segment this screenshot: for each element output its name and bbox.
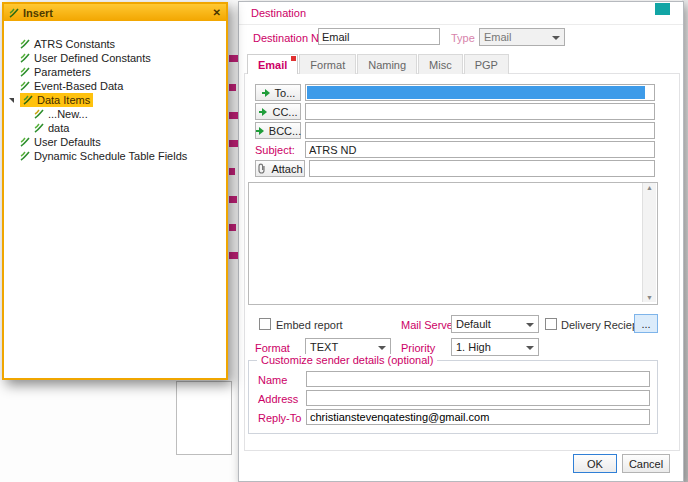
background-panel-remnant — [176, 381, 232, 455]
selected-recipients — [307, 86, 645, 99]
sender-details-group: Customize sender details (optional) Name… — [248, 360, 658, 434]
insert-window: Insert ✕ ATRS Constants User Defined Con… — [2, 2, 228, 380]
background-text-fragment — [229, 168, 235, 175]
priority-label: Priority — [401, 342, 435, 354]
green-arrow-icon — [258, 107, 268, 117]
background-text-fragment — [229, 84, 236, 91]
tree-item-label: User Defaults — [34, 136, 101, 148]
expand-icon[interactable] — [9, 98, 14, 103]
subject-input[interactable] — [305, 141, 655, 158]
cancel-button-label: Cancel — [629, 458, 663, 470]
close-icon[interactable]: ✕ — [213, 7, 221, 18]
embed-report-checkbox[interactable] — [259, 318, 271, 330]
dialog-title: Destination — [251, 7, 306, 19]
attach-icon — [257, 163, 267, 174]
bcc-input[interactable] — [305, 122, 655, 139]
dropdown-arrow-icon — [552, 36, 560, 40]
scroll-down-icon[interactable]: ▼ — [646, 294, 653, 301]
green-arrow-icon — [261, 88, 271, 98]
subject-label: Subject: — [255, 144, 295, 156]
insert-title-bar[interactable]: Insert ✕ — [4, 4, 226, 21]
tree-item-new[interactable]: ...New... — [4, 107, 226, 121]
tree-item-dynamic-schedule-table-fields[interactable]: Dynamic Schedule Table Fields — [4, 149, 226, 163]
field-icon — [23, 95, 33, 105]
sender-details-title: Customize sender details (optional) — [257, 354, 437, 366]
sender-address-label: Address — [258, 393, 298, 405]
insert-window-icon — [9, 8, 19, 18]
background-text-fragment — [229, 252, 238, 259]
dropdown-arrow-icon — [378, 346, 386, 350]
priority-value: 1. High — [456, 341, 491, 353]
cc-input[interactable] — [305, 103, 655, 120]
format-value: TEXT — [310, 341, 338, 353]
tab-naming-label: Naming — [368, 59, 406, 71]
delivery-receipt-label: Delivery Reciept — [561, 319, 641, 331]
green-arrow-icon — [255, 126, 265, 136]
mail-server-select[interactable]: Default — [451, 315, 539, 333]
field-icon — [34, 109, 44, 119]
background-text-fragment — [229, 224, 236, 231]
tab-format[interactable]: Format — [299, 54, 356, 74]
tree-item-label: Parameters — [34, 66, 91, 78]
dropdown-arrow-icon — [526, 323, 534, 327]
ok-button-label: OK — [587, 458, 603, 470]
tree-item-atrs-constants[interactable]: ATRS Constants — [4, 37, 226, 51]
destination-name-input[interactable] — [318, 28, 440, 45]
priority-select[interactable]: 1. High — [451, 338, 539, 356]
more-options-button[interactable]: ... — [634, 314, 658, 333]
header-separator — [239, 24, 683, 25]
field-icon — [20, 67, 30, 77]
message-body[interactable] — [248, 182, 658, 305]
tree-item-user-defined-constants[interactable]: User Defined Constants — [4, 51, 226, 65]
to-button[interactable]: To... — [255, 84, 301, 101]
type-label: Type — [451, 32, 475, 44]
type-select-value: Email — [484, 31, 512, 43]
attach-button[interactable]: Attach — [255, 160, 305, 177]
bcc-button[interactable]: BCC... — [255, 122, 301, 139]
tab-pgp[interactable]: PGP — [464, 54, 509, 74]
tree-item-label: Data Items — [37, 94, 90, 106]
scroll-up-icon[interactable]: ▲ — [646, 184, 653, 191]
ok-button[interactable]: OK — [573, 454, 617, 473]
red-flag-icon — [291, 56, 296, 61]
tab-bar: Email Format Naming Misc PGP — [247, 54, 510, 74]
more-options-label: ... — [641, 318, 650, 330]
tree-selection-highlight: Data Items — [20, 93, 93, 107]
to-button-label: To... — [275, 87, 296, 99]
tab-format-label: Format — [310, 59, 345, 71]
format-label: Format — [255, 342, 290, 354]
tab-misc-label: Misc — [429, 59, 452, 71]
tree-item-parameters[interactable]: Parameters — [4, 65, 226, 79]
tree-item-label: Dynamic Schedule Table Fields — [34, 150, 187, 162]
screen: Destination Destination Name Type Email … — [0, 0, 688, 482]
embed-report-label: Embed report — [276, 319, 343, 331]
to-input[interactable] — [305, 84, 655, 101]
body-scrollbar[interactable]: ▲ ▼ — [642, 183, 656, 302]
tab-naming[interactable]: Naming — [357, 54, 417, 74]
sender-name-input[interactable] — [306, 371, 650, 387]
sender-name-label: Name — [258, 374, 287, 386]
tree-item-data-items[interactable]: Data Items — [4, 93, 226, 107]
field-icon — [20, 81, 30, 91]
reply-to-input[interactable] — [306, 409, 650, 425]
attach-input[interactable] — [309, 160, 655, 177]
background-text-fragment — [229, 196, 237, 203]
field-icon — [20, 137, 30, 147]
tree-item-data[interactable]: data — [4, 121, 226, 135]
tab-email[interactable]: Email — [247, 54, 298, 74]
type-select[interactable]: Email — [479, 28, 565, 46]
insert-window-title: Insert — [23, 7, 53, 19]
tree-item-event-based-data[interactable]: Event-Based Data — [4, 79, 226, 93]
sender-address-input[interactable] — [306, 390, 650, 406]
tab-misc[interactable]: Misc — [418, 54, 463, 74]
dropdown-arrow-icon — [526, 346, 534, 350]
field-icon — [20, 151, 30, 161]
field-icon — [34, 123, 44, 133]
field-icon — [20, 39, 30, 49]
tree-item-label: data — [48, 122, 69, 134]
tree-item-user-defaults[interactable]: User Defaults — [4, 135, 226, 149]
delivery-receipt-checkbox[interactable] — [545, 318, 557, 330]
cancel-button[interactable]: Cancel — [622, 454, 670, 473]
cc-button[interactable]: CC... — [255, 103, 301, 120]
mail-server-value: Default — [456, 318, 491, 330]
